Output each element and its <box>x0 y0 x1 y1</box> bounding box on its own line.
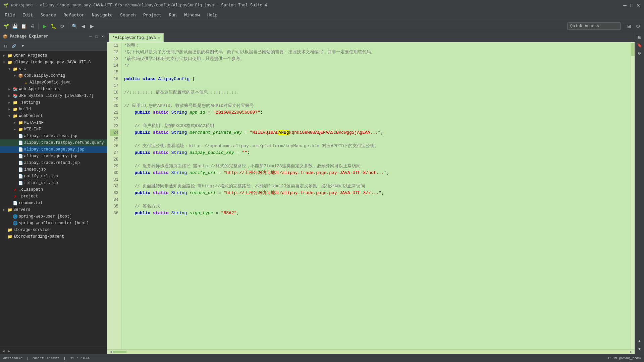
tree-item-other-projects[interactable]: ▶ 📁 Other Projects <box>0 52 107 59</box>
view-menu-button[interactable]: ▼ <box>19 42 27 50</box>
tree-item-return[interactable]: 📄 return_url.jsp <box>0 180 107 186</box>
tree-item-query[interactable]: 📄 alipay.trade.query.jsp <box>0 153 107 160</box>
tab-alipayconfigjava[interactable]: *AlipayConfig.java × <box>109 33 164 42</box>
settings-button[interactable]: ⚙ <box>634 22 642 30</box>
tree-item-atcrowd[interactable]: 📁 atcrowdfunding-parent <box>0 233 107 240</box>
folder-icon-src: 📁 <box>12 67 18 72</box>
window-controls: ─ □ ✕ <box>623 3 641 8</box>
profile-button[interactable]: ⚙ <box>58 22 66 30</box>
folder-icon-build: 📁 <box>12 107 18 112</box>
scroll-right-icon[interactable]: ▶ <box>7 349 11 353</box>
rs-btn-bottom-2[interactable]: ▼ <box>636 345 643 353</box>
tree-item-settings[interactable]: ▶ 📁 .settings <box>0 99 107 106</box>
debug-button[interactable]: 🐛 <box>49 22 57 30</box>
arrow-webcontent: ▼ <box>7 114 12 118</box>
tree-item-webapp-libs[interactable]: ▶ 📚 Web App Libraries <box>0 86 107 93</box>
tree-item-classpath[interactable]: ✗ .classpath <box>0 186 107 193</box>
folder-icon-meta: 📁 <box>17 120 23 125</box>
save-button[interactable]: 💾 <box>11 22 19 30</box>
code-line-23: // 商户私钥，您的PKCS8格式RSA2私钥 <box>124 123 628 129</box>
rs-btn-1[interactable]: ⊞ <box>636 34 643 41</box>
menu-edit[interactable]: Edit <box>19 12 36 18</box>
scroll-left-editor-icon[interactable]: ◀ <box>109 350 113 354</box>
label-meta: META-INF <box>24 120 44 125</box>
run-button[interactable]: ▶ <box>41 22 49 30</box>
menu-search[interactable]: Search <box>117 12 139 18</box>
close-panel-button[interactable]: × <box>101 34 104 40</box>
tree-item-close-jsp[interactable]: 📄 alipay.trade.close.jsp <box>0 133 107 139</box>
tree-item-build[interactable]: ▶ 📁 build <box>0 106 107 113</box>
tab-close-button[interactable]: × <box>158 36 160 40</box>
bottom-scrollbar[interactable]: ◀ ▶ <box>107 349 635 354</box>
menu-help[interactable]: Help <box>204 12 221 18</box>
tab-label: *AlipayConfig.java <box>112 36 156 40</box>
rs-btn-3[interactable]: ⚙ <box>636 50 643 57</box>
tree-item-spring-webflux[interactable]: 🌐 spring-webflux-reactor [boot] <box>0 220 107 227</box>
arrow-meta: ▶ <box>12 121 17 125</box>
link-editor-button[interactable]: 🔗 <box>10 42 18 50</box>
menu-project[interactable]: Project <box>140 12 165 18</box>
editor-content: 11 12 13 14 15 16 17 18 19 20 21 22 23 2… <box>107 42 635 349</box>
tree-item-alipay-project[interactable]: ▼ 📁 alipay.trade.page.pay-JAVA-UTF-8 <box>0 59 107 66</box>
file-tree[interactable]: ▶ 📁 Other Projects ▼ 📁 alipay.trade.page… <box>0 51 107 348</box>
search-button[interactable]: 🔍 <box>70 22 78 30</box>
menu-source[interactable]: Source <box>37 12 59 18</box>
editor-scrollbar[interactable] <box>631 42 635 349</box>
server-icon-spring-web: 🌐 <box>12 214 18 219</box>
tree-item-dotproject[interactable]: ✗ .project <box>0 193 107 200</box>
minimize-button[interactable]: ─ <box>623 3 627 8</box>
tree-item-storage[interactable]: 📁 storage-service <box>0 227 107 233</box>
tree-item-readme[interactable]: 📄 readme.txt <box>0 200 107 206</box>
tree-item-servers[interactable]: ▶ 📁 Servers <box>0 206 107 213</box>
rs-btn-2[interactable]: 🔖 <box>636 42 643 49</box>
tree-item-com-alipay-config[interactable]: ▼ 📦 com.alipay.config <box>0 72 107 79</box>
status-position: 31 : 1674 <box>70 356 90 360</box>
print-button[interactable]: 🖨 <box>28 22 36 30</box>
perspectives-button[interactable]: ⊞ <box>625 22 633 30</box>
app-icon: 🌱 <box>3 3 8 8</box>
tree-item-webcontent[interactable]: ▼ 📁 WebContent <box>0 113 107 119</box>
tree-item-spring-web-user[interactable]: 🌐 spring-web-user [boot] <box>0 213 107 220</box>
menu-navigate[interactable]: Navigate <box>89 12 116 18</box>
forward-button[interactable]: ▶ <box>88 22 96 30</box>
new-button[interactable]: 🌱 <box>2 22 10 30</box>
rs-btn-bottom-1[interactable]: ▲ <box>636 337 643 345</box>
tree-item-payjsp[interactable]: 📄 alipay.trade.page.pay.jsp <box>0 146 107 153</box>
tree-item-meta-inf[interactable]: ▶ 📁 META-INF <box>0 119 107 126</box>
tree-item-notify[interactable]: 📄 notify_url.jsp <box>0 173 107 180</box>
menu-run[interactable]: Run <box>166 12 180 18</box>
code-line-30: public static String notify_url = "http:… <box>124 170 628 176</box>
save-all-button[interactable]: 📋 <box>19 22 28 30</box>
panel-bottom-bar: ◀ ▶ <box>0 348 107 354</box>
tree-item-web-inf[interactable]: ▶ 📁 WEB-INF <box>0 126 107 133</box>
minimize-panel-button[interactable]: ─ <box>89 34 93 40</box>
collapse-all-button[interactable]: ⊟ <box>1 42 9 50</box>
status-sep-1: | <box>26 356 29 360</box>
java-icon-alipayconfig: ☕ <box>23 80 29 85</box>
maximize-panel-button[interactable]: □ <box>95 34 99 40</box>
label-dotproject: .project <box>19 194 38 199</box>
label-index: index.jsp <box>24 167 46 172</box>
label-spring-webflux: spring-webflux-reactor [boot] <box>19 221 89 226</box>
label-storage: storage-service <box>13 228 50 232</box>
arrow-jre: ▶ <box>7 94 12 98</box>
tree-item-jre[interactable]: ▶ 📚 JRE System Library [JavaSE-1.7] <box>0 93 107 99</box>
scroll-left-icon[interactable]: ◀ <box>1 349 6 353</box>
maximize-button[interactable]: □ <box>629 3 634 8</box>
scroll-right-editor-icon[interactable]: ▶ <box>629 350 633 354</box>
tree-item-alipayconfigjava[interactable]: ☕ AlipayConfig.java <box>0 79 107 86</box>
label-src: src <box>19 67 26 71</box>
code-editor[interactable]: *说明： *以下代码只是为了方便商户测试而提供的样例代码，商户可以根据自己网站的… <box>121 42 631 349</box>
back-button[interactable]: ◀ <box>79 22 87 30</box>
menu-file[interactable]: File <box>1 12 18 18</box>
menu-refactor[interactable]: Refactor <box>60 12 88 18</box>
toolbar: 🌱 💾 📋 🖨 ▶ 🐛 ⚙ 🔍 ◀ ▶ Quick Access ⊞ ⚙ <box>0 20 644 32</box>
tree-item-refund[interactable]: 📄 alipay.trade.refund.jsp <box>0 160 107 166</box>
quick-access-input[interactable]: Quick Access <box>567 22 621 30</box>
close-button[interactable]: ✕ <box>636 3 641 8</box>
menu-window[interactable]: Window <box>181 12 203 18</box>
tree-item-src[interactable]: ▼ 📁 src <box>0 66 107 72</box>
tree-item-index[interactable]: 📄 index.jsp <box>0 166 107 173</box>
tree-item-fastpay[interactable]: 📄 alipay.trade.fastpay.refund.query <box>0 139 107 146</box>
arrow-src: ▼ <box>7 67 12 71</box>
